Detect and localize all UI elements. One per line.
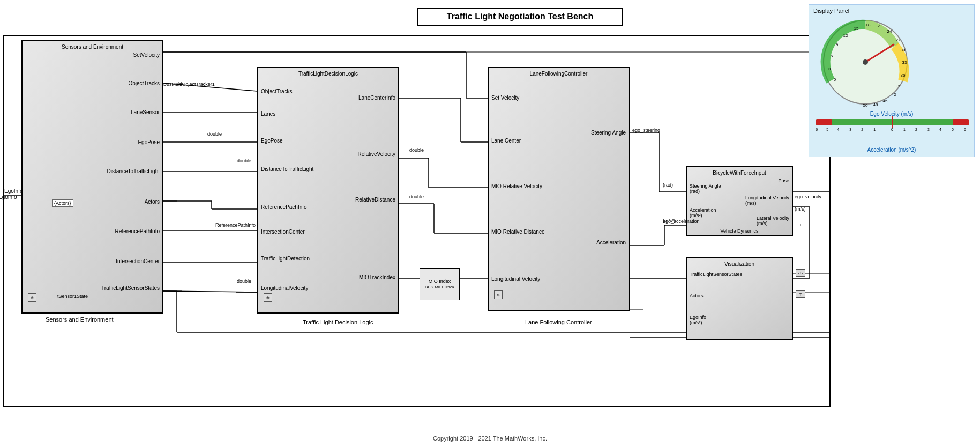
port-trafficlightsensorstates: TrafficLightSensorStates xyxy=(101,285,160,291)
bicycle-block: BicycleWithForceInput Steering Angle(rad… xyxy=(686,166,793,236)
lfc-port-miorelativel: MIO Relative Velocity xyxy=(491,183,542,189)
svg-text:6: 6 xyxy=(964,128,966,131)
svg-text:12: 12 xyxy=(843,33,848,38)
tldl-port-longvel: LongitudinalVelocity xyxy=(261,285,308,291)
wire-ego-acceleration: ego_acceleration xyxy=(663,219,700,224)
bicycle-port-longvel: Longitudinal Velocity(m/s) xyxy=(745,195,789,206)
viz-port-actors: Actors xyxy=(690,293,704,299)
svg-text:-4: -4 xyxy=(836,128,839,131)
svg-text:0: 0 xyxy=(891,128,893,131)
svg-text:18: 18 xyxy=(866,23,871,27)
expand-icon-lfc: ⊕ xyxy=(494,290,503,299)
tldl-block-label: Traffic Light Decision Logic xyxy=(303,319,373,325)
sensors-block-title: Sensors and Environment xyxy=(62,44,123,50)
steering-gauge: -6 -5 -4 -3 -2 -1 0 1 2 3 4 5 6 xyxy=(813,115,971,131)
svg-point-70 xyxy=(863,59,868,65)
acceleration-label: Acceleration (m/s^2) xyxy=(867,147,916,153)
lfc-port-steering: Steering Angle xyxy=(591,130,626,136)
viz-block: Visualization TrafficLightSensorStates A… xyxy=(686,257,793,340)
svg-text:27: 27 xyxy=(896,38,901,42)
tsensor-label: tSensor1State xyxy=(57,294,88,299)
bes-block: MIO IndexBES MIO Track xyxy=(420,268,460,300)
wire-double-out2: double xyxy=(409,194,424,199)
svg-text:15: 15 xyxy=(854,26,859,31)
tldl-block-title: TrafficLightDecisionLogic xyxy=(298,71,358,77)
viz-title: Visualization xyxy=(724,261,754,267)
svg-text:-6: -6 xyxy=(814,128,818,131)
speedometer-container: 0 3 6 9 12 15 18 21 24 27 30 33 36 39 42… xyxy=(820,17,911,108)
wire-double4: double xyxy=(237,279,251,284)
expand-icon-tldl: ⊕ xyxy=(264,293,272,302)
svg-text:45: 45 xyxy=(883,99,888,103)
svg-text:50: 50 xyxy=(863,103,868,108)
svg-text:36: 36 xyxy=(901,73,906,78)
tldl-port-relvel: RelativeVelocity xyxy=(357,151,395,157)
tldl-port-distance: DistanceToTrafficLight xyxy=(261,166,313,172)
bes-subtitle: BES MIO Track xyxy=(425,285,454,289)
svg-text:0: 0 xyxy=(834,77,836,82)
t-box-2: -T- xyxy=(796,290,805,298)
svg-text:48: 48 xyxy=(873,102,878,107)
wire-double1: double xyxy=(207,131,222,137)
port-lanesensor: LaneSensor xyxy=(131,109,160,115)
wire-double-out1: double xyxy=(409,147,424,153)
port-intersectioncenter: IntersectionCenter xyxy=(116,258,160,264)
port-objecttracks-out: ObjectTracks xyxy=(128,80,160,86)
svg-text:33: 33 xyxy=(902,60,907,65)
lfc-port-setvel: Set Velocity xyxy=(491,95,519,101)
viz-port-tls: TrafficLightSensorStates xyxy=(690,272,742,277)
svg-text:1: 1 xyxy=(903,128,906,131)
sensors-block-label: Sensors and Environment xyxy=(46,316,114,323)
svg-text:-3: -3 xyxy=(848,128,851,131)
svg-text:4: 4 xyxy=(939,128,941,131)
svg-text:5: 5 xyxy=(952,128,954,131)
lfc-port-accel: Acceleration xyxy=(596,240,626,245)
port-distancetotrafficlight: DistanceToTrafficLight xyxy=(107,168,160,174)
actors-icon: {Actors} xyxy=(52,199,73,207)
t-box-1: -T- xyxy=(796,269,805,277)
svg-text:39: 39 xyxy=(897,84,902,88)
sensors-block: Sensors and Environment SetVelocity Obje… xyxy=(21,40,163,314)
svg-text:3: 3 xyxy=(927,128,930,131)
expand-icon-sensors: ⊕ xyxy=(28,293,36,302)
wire-steering-rad: (rad) xyxy=(663,182,673,188)
svg-text:-2: -2 xyxy=(860,128,863,131)
wire-longvel-ms: (m/s) xyxy=(795,206,806,212)
tldl-port-intersection: IntersectionCenter xyxy=(261,229,305,235)
tldl-port-tld: TrafficLightDetection xyxy=(261,256,310,262)
svg-text:9: 9 xyxy=(836,42,839,47)
bicycle-port-latvel: Lateral Velocity(m/s) xyxy=(757,215,789,226)
bicycle-port-accel-in: Acceleration(m/s²) xyxy=(690,207,716,218)
svg-text:21: 21 xyxy=(878,24,882,28)
lfc-port-lanecenter: Lane Center xyxy=(491,138,521,144)
bes-title: MIO IndexBES MIO Track xyxy=(425,279,454,289)
port-setvelocity: SetVelocity xyxy=(133,52,160,58)
svg-rect-73 xyxy=(953,119,969,125)
tldl-port-objecttracks: ObjectTracks xyxy=(261,88,293,94)
svg-text:24: 24 xyxy=(887,29,892,34)
tldl-port-lanecenter: LaneCenterInfo xyxy=(358,95,395,101)
svg-text:3: 3 xyxy=(828,66,831,71)
tldl-port-refpath: ReferencePachInfo xyxy=(261,204,307,210)
port-referencepathinfo: ReferencePathInfo xyxy=(115,228,160,234)
svg-text:-1: -1 xyxy=(872,128,876,131)
viz-port-egoinfo: EgoInfo(m/s²) xyxy=(690,315,706,325)
tldl-port-egopose: EgoPose xyxy=(261,138,283,144)
wire-double2: double xyxy=(237,158,251,163)
lfc-block-label: Lane Following Controller xyxy=(525,319,592,325)
tldl-port-miotrack: MIOTrackIndex xyxy=(359,274,395,280)
copyright: Copyright 2019 - 2021 The MathWorks, Inc… xyxy=(433,435,547,442)
tldl-port-lanes: Lanes xyxy=(261,111,275,117)
main-title: Traffic Light Negotiation Test Bench xyxy=(417,8,623,26)
wire-ego-steering: ego_steering xyxy=(632,128,660,133)
svg-text:42: 42 xyxy=(892,92,896,97)
svg-rect-72 xyxy=(816,119,832,125)
lfc-port-miodist: MIO Relative Distance xyxy=(491,229,544,235)
port-egopose: EgoPose xyxy=(138,139,160,145)
svg-text:30: 30 xyxy=(901,48,906,53)
lfc-block-title: LaneFollowingController xyxy=(530,71,588,77)
svg-text:2: 2 xyxy=(915,128,917,131)
lfc-block: LaneFollowingController Set Velocity Lan… xyxy=(488,67,630,311)
svg-text:6: 6 xyxy=(831,54,833,58)
display-panel-title: Display Panel xyxy=(813,8,849,14)
